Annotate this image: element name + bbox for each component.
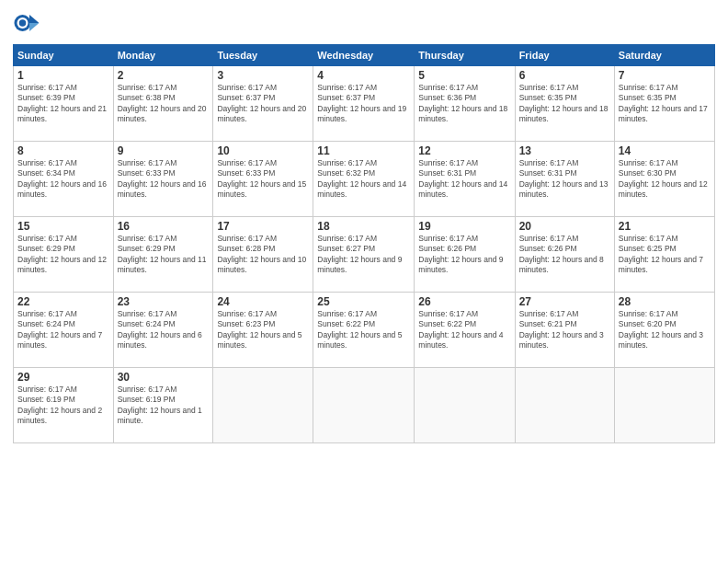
day-info: Sunrise: 6:17 AM Sunset: 6:23 PM Dayligh… [217, 309, 309, 351]
weekday-header-saturday: Saturday [614, 45, 714, 66]
calendar-cell: 3Sunrise: 6:17 AM Sunset: 6:37 PM Daylig… [213, 66, 313, 142]
day-info: Sunrise: 6:17 AM Sunset: 6:31 PM Dayligh… [519, 158, 610, 201]
calendar-cell [614, 368, 714, 443]
day-info: Sunrise: 6:17 AM Sunset: 6:29 PM Dayligh… [17, 234, 109, 276]
day-number: 13 [519, 144, 610, 157]
calendar-cell: 24Sunrise: 6:17 AM Sunset: 6:23 PM Dayli… [213, 293, 313, 368]
day-number: 4 [317, 69, 410, 82]
weekday-header-tuesday: Tuesday [213, 45, 313, 66]
day-number: 1 [17, 69, 109, 82]
calendar-cell: 17Sunrise: 6:17 AM Sunset: 6:28 PM Dayli… [213, 217, 313, 293]
calendar-cell: 23Sunrise: 6:17 AM Sunset: 6:24 PM Dayli… [113, 293, 213, 368]
day-number: 20 [519, 220, 610, 233]
day-number: 10 [217, 144, 309, 157]
weekday-header-row: SundayMondayTuesdayWednesdayThursdayFrid… [14, 45, 715, 66]
day-number: 18 [317, 220, 410, 233]
calendar-page: SundayMondayTuesdayWednesdayThursdayFrid… [0, 0, 728, 563]
day-number: 28 [619, 295, 711, 308]
calendar-cell [415, 368, 515, 443]
day-info: Sunrise: 6:17 AM Sunset: 6:33 PM Dayligh… [217, 158, 309, 201]
calendar-cell: 16Sunrise: 6:17 AM Sunset: 6:29 PM Dayli… [113, 217, 213, 293]
day-info: Sunrise: 6:17 AM Sunset: 6:35 PM Dayligh… [519, 83, 610, 125]
calendar-cell: 14Sunrise: 6:17 AM Sunset: 6:30 PM Dayli… [614, 142, 714, 217]
day-number: 22 [17, 295, 109, 308]
day-number: 8 [17, 144, 109, 157]
logo-icon [13, 9, 40, 37]
day-info: Sunrise: 6:17 AM Sunset: 6:25 PM Dayligh… [619, 234, 711, 276]
day-number: 16 [118, 220, 210, 233]
calendar-cell: 12Sunrise: 6:17 AM Sunset: 6:31 PM Dayli… [415, 142, 515, 217]
calendar-cell: 28Sunrise: 6:17 AM Sunset: 6:20 PM Dayli… [614, 293, 714, 368]
weekday-header-friday: Friday [515, 45, 614, 66]
calendar-cell: 1Sunrise: 6:17 AM Sunset: 6:39 PM Daylig… [14, 66, 114, 142]
logo [13, 9, 44, 37]
calendar-cell: 27Sunrise: 6:17 AM Sunset: 6:21 PM Dayli… [515, 293, 614, 368]
day-info: Sunrise: 6:17 AM Sunset: 6:34 PM Dayligh… [17, 158, 109, 201]
day-number: 5 [418, 69, 510, 82]
day-info: Sunrise: 6:17 AM Sunset: 6:22 PM Dayligh… [317, 309, 410, 351]
day-info: Sunrise: 6:17 AM Sunset: 6:37 PM Dayligh… [217, 83, 309, 125]
calendar-cell: 10Sunrise: 6:17 AM Sunset: 6:33 PM Dayli… [213, 142, 313, 217]
day-number: 6 [519, 69, 610, 82]
calendar-cell: 26Sunrise: 6:17 AM Sunset: 6:22 PM Dayli… [415, 293, 515, 368]
day-info: Sunrise: 6:17 AM Sunset: 6:29 PM Dayligh… [118, 234, 210, 276]
day-info: Sunrise: 6:17 AM Sunset: 6:39 PM Dayligh… [17, 83, 109, 125]
calendar-cell: 22Sunrise: 6:17 AM Sunset: 6:24 PM Dayli… [14, 293, 114, 368]
page-header [13, 9, 715, 37]
day-info: Sunrise: 6:17 AM Sunset: 6:26 PM Dayligh… [519, 234, 610, 276]
calendar-cell: 2Sunrise: 6:17 AM Sunset: 6:38 PM Daylig… [113, 66, 213, 142]
day-number: 14 [619, 144, 711, 157]
calendar-cell: 11Sunrise: 6:17 AM Sunset: 6:32 PM Dayli… [313, 142, 415, 217]
day-info: Sunrise: 6:17 AM Sunset: 6:28 PM Dayligh… [217, 234, 309, 276]
calendar-cell: 18Sunrise: 6:17 AM Sunset: 6:27 PM Dayli… [313, 217, 415, 293]
calendar-cell: 20Sunrise: 6:17 AM Sunset: 6:26 PM Dayli… [515, 217, 614, 293]
day-info: Sunrise: 6:17 AM Sunset: 6:27 PM Dayligh… [317, 234, 410, 276]
day-number: 11 [317, 144, 410, 157]
calendar-cell: 7Sunrise: 6:17 AM Sunset: 6:35 PM Daylig… [614, 66, 714, 142]
day-number: 15 [17, 220, 109, 233]
calendar-week-3: 15Sunrise: 6:17 AM Sunset: 6:29 PM Dayli… [14, 217, 715, 293]
day-info: Sunrise: 6:17 AM Sunset: 6:26 PM Dayligh… [418, 234, 510, 276]
day-number: 2 [118, 69, 210, 82]
day-info: Sunrise: 6:17 AM Sunset: 6:38 PM Dayligh… [118, 83, 210, 125]
day-info: Sunrise: 6:17 AM Sunset: 6:21 PM Dayligh… [519, 309, 610, 351]
calendar-week-4: 22Sunrise: 6:17 AM Sunset: 6:24 PM Dayli… [14, 293, 715, 368]
day-info: Sunrise: 6:17 AM Sunset: 6:30 PM Dayligh… [619, 158, 711, 201]
day-number: 30 [118, 371, 210, 384]
calendar-week-1: 1Sunrise: 6:17 AM Sunset: 6:39 PM Daylig… [14, 66, 715, 142]
calendar-cell: 8Sunrise: 6:17 AM Sunset: 6:34 PM Daylig… [14, 142, 114, 217]
calendar-cell: 4Sunrise: 6:17 AM Sunset: 6:37 PM Daylig… [313, 66, 415, 142]
calendar-cell [515, 368, 614, 443]
day-number: 25 [317, 295, 410, 308]
day-info: Sunrise: 6:17 AM Sunset: 6:22 PM Dayligh… [418, 309, 510, 351]
day-info: Sunrise: 6:17 AM Sunset: 6:19 PM Dayligh… [118, 385, 210, 427]
calendar-cell: 9Sunrise: 6:17 AM Sunset: 6:33 PM Daylig… [113, 142, 213, 217]
calendar-cell: 6Sunrise: 6:17 AM Sunset: 6:35 PM Daylig… [515, 66, 614, 142]
calendar-cell: 19Sunrise: 6:17 AM Sunset: 6:26 PM Dayli… [415, 217, 515, 293]
day-info: Sunrise: 6:17 AM Sunset: 6:31 PM Dayligh… [418, 158, 510, 201]
svg-marker-3 [29, 15, 40, 23]
day-number: 9 [118, 144, 210, 157]
calendar-cell [213, 368, 313, 443]
weekday-header-thursday: Thursday [415, 45, 515, 66]
calendar-table: SundayMondayTuesdayWednesdayThursdayFrid… [13, 44, 715, 443]
svg-marker-4 [29, 23, 40, 31]
day-info: Sunrise: 6:17 AM Sunset: 6:19 PM Dayligh… [17, 385, 109, 427]
day-info: Sunrise: 6:17 AM Sunset: 6:35 PM Dayligh… [619, 83, 711, 125]
weekday-header-wednesday: Wednesday [313, 45, 415, 66]
day-number: 19 [418, 220, 510, 233]
day-number: 7 [619, 69, 711, 82]
calendar-week-5: 29Sunrise: 6:17 AM Sunset: 6:19 PM Dayli… [14, 368, 715, 443]
calendar-cell: 21Sunrise: 6:17 AM Sunset: 6:25 PM Dayli… [614, 217, 714, 293]
svg-point-2 [19, 19, 27, 27]
calendar-cell: 30Sunrise: 6:17 AM Sunset: 6:19 PM Dayli… [113, 368, 213, 443]
calendar-cell: 15Sunrise: 6:17 AM Sunset: 6:29 PM Dayli… [14, 217, 114, 293]
day-number: 27 [519, 295, 610, 308]
weekday-header-monday: Monday [113, 45, 213, 66]
day-info: Sunrise: 6:17 AM Sunset: 6:24 PM Dayligh… [17, 309, 109, 351]
day-number: 21 [619, 220, 711, 233]
day-info: Sunrise: 6:17 AM Sunset: 6:24 PM Dayligh… [118, 309, 210, 351]
day-number: 29 [17, 371, 109, 384]
day-info: Sunrise: 6:17 AM Sunset: 6:32 PM Dayligh… [317, 158, 410, 201]
calendar-week-2: 8Sunrise: 6:17 AM Sunset: 6:34 PM Daylig… [14, 142, 715, 217]
